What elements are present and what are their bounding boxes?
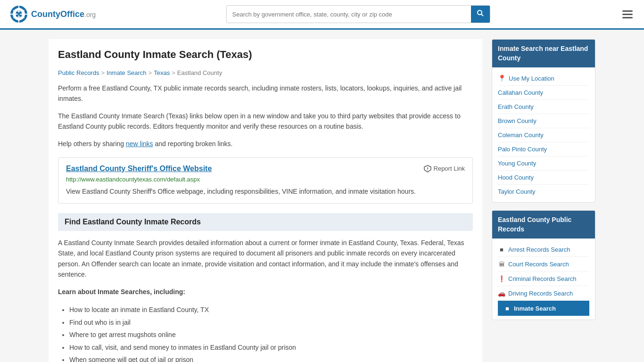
- sidebar-county-link[interactable]: Hood County: [498, 171, 589, 185]
- sidebar-driving-link[interactable]: 🚗Driving Records Search: [498, 286, 589, 301]
- learn-list: How to locate an inmate in Eastland Coun…: [69, 304, 473, 362]
- find-section-para: A Eastland County Inmate Search provides…: [58, 238, 473, 280]
- public-records-panel: Eastland County Public Records ■Arrest R…: [492, 210, 595, 320]
- court-icon: 🏛: [498, 260, 505, 268]
- driving-icon: 🚗: [498, 289, 505, 297]
- logo-text: CountyOffice.org: [31, 9, 96, 19]
- sidebar-criminal-link[interactable]: ❗Criminal Records Search: [498, 272, 589, 286]
- sidebar-county-link[interactable]: Brown County: [498, 114, 589, 128]
- sidebar-inmate-link[interactable]: ■Inmate Search: [498, 301, 589, 316]
- intro-para-3: Help others by sharing new links and rep…: [58, 139, 473, 149]
- link-card-url[interactable]: http://www.eastlandcountytexas.com/defau…: [66, 176, 465, 183]
- list-item: How to call, visit, and send money to in…: [69, 341, 473, 354]
- sidebar-arrest-link[interactable]: ■Arrest Records Search: [498, 242, 589, 257]
- svg-point-10: [427, 170, 428, 171]
- new-links-link[interactable]: new links: [126, 140, 153, 148]
- breadcrumb-link-texas[interactable]: Texas: [154, 69, 170, 76]
- sidebar-county-link[interactable]: Erath County: [498, 100, 589, 114]
- breadcrumb-current: Eastland County: [177, 69, 222, 76]
- svg-line-8: [481, 14, 483, 16]
- inmate-icon: ■: [504, 304, 511, 312]
- list-item: How to locate an inmate in Eastland Coun…: [69, 304, 473, 316]
- logo-icon: [9, 5, 28, 24]
- arrest-icon: ■: [498, 246, 505, 253]
- menu-bar-3: [622, 17, 633, 18]
- sidebar-county-link[interactable]: Young County: [498, 156, 589, 171]
- inmate-near-panel: Inmate Search near Eastland County 📍 Use…: [492, 39, 595, 203]
- list-item: When someone will get out of jail or pri…: [69, 354, 473, 362]
- breadcrumb-link-inmate-search[interactable]: Inmate Search: [107, 69, 147, 76]
- menu-bar-1: [622, 10, 633, 12]
- menu-bar-2: [622, 14, 633, 15]
- search-button[interactable]: [471, 6, 490, 23]
- search-input[interactable]: [227, 7, 471, 22]
- learn-header: Learn about Inmate Searches, including:: [58, 287, 473, 297]
- sidebar: Inmate Search near Eastland County 📍 Use…: [492, 39, 595, 362]
- intro-para-1: Perform a free Eastland County, TX publi…: [58, 83, 473, 104]
- sidebar-county-link[interactable]: Palo Pinto County: [498, 142, 589, 156]
- sidebar-court-link[interactable]: 🏛Court Records Search: [498, 257, 589, 272]
- find-section-header: Find Eastland County Inmate Records: [58, 213, 473, 231]
- use-my-location-link[interactable]: 📍 Use My Location: [498, 71, 589, 86]
- list-item: Find out who is in jail: [69, 316, 473, 329]
- link-card-title[interactable]: Eastland County Sheriff's Office Website: [66, 165, 212, 173]
- breadcrumb-link-public-records[interactable]: Public Records: [58, 69, 99, 76]
- report-link-button[interactable]: Report Link: [424, 165, 465, 173]
- intro-para-2: The Eastland County Inmate Search (Texas…: [58, 111, 473, 132]
- public-records-panel-title: Eastland County Public Records: [492, 211, 595, 239]
- criminal-icon: ❗: [498, 275, 505, 282]
- sidebar-county-link[interactable]: Taylor County: [498, 185, 589, 198]
- search-bar: [226, 5, 490, 23]
- breadcrumb: Public Records > Inmate Search > Texas >…: [58, 69, 473, 76]
- location-icon: 📍: [498, 74, 506, 82]
- logo[interactable]: CountyOffice.org: [9, 5, 96, 24]
- sidebar-county-link[interactable]: Coleman County: [498, 128, 589, 142]
- menu-button[interactable]: [620, 8, 635, 20]
- list-item: Where to get arrest mugshots online: [69, 329, 473, 341]
- inmate-near-panel-title: Inmate Search near Eastland County: [492, 40, 595, 67]
- report-icon: [424, 165, 431, 173]
- svg-point-7: [478, 10, 482, 15]
- link-card-desc: View Eastland County Sheriff's Office we…: [66, 187, 465, 197]
- sidebar-county-link[interactable]: Callahan County: [498, 86, 589, 100]
- link-card: Eastland County Sheriff's Office Website…: [58, 157, 473, 204]
- page-title: Eastland County Inmate Search (Texas): [58, 49, 473, 61]
